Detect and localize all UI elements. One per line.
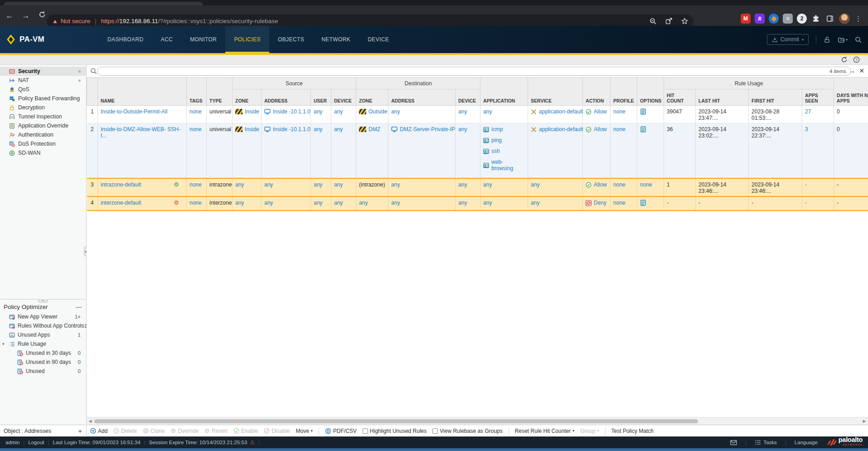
browser-tab[interactable] [4,2,203,5]
po-item-rule-usage[interactable]: ▾ Rule Usage [0,339,86,348]
clone-button[interactable]: Clone [143,428,165,434]
po-item-new-app-viewer[interactable]: New App Viewer 1+ [0,312,86,321]
user-value[interactable]: any [314,200,322,206]
profile-value[interactable]: none [613,108,626,115]
revert-button[interactable]: ⚙Revert [204,428,228,434]
browser-forward-button[interactable]: → [19,11,33,20]
column-header-service[interactable]: SERVICE [528,78,583,106]
column-header-action[interactable]: ACTION [583,78,611,106]
reset-rule-hit-counter-button[interactable]: Reset Rule Hit Counter▾ [515,428,574,434]
tab-dashboard[interactable]: DASHBOARD [99,26,152,53]
scroll-right-arrow[interactable]: ▶ [861,417,868,425]
blue-extension-icon[interactable] [769,14,779,24]
dst-device-value[interactable]: any [458,126,467,132]
src-device-value[interactable]: any [334,108,343,115]
global-search-icon[interactable] [855,36,862,43]
rule-name-link[interactable]: intrazone-default [101,181,141,188]
profile-value[interactable]: none [613,200,626,206]
test-policy-match-button[interactable]: Test Policy Match [611,428,654,434]
scroll-left-arrow[interactable]: ◀ [87,417,94,425]
po-item-unused-90-days[interactable]: Unused in 90 days 0 [0,358,86,367]
bookmark-star-icon[interactable] [681,18,688,25]
expand-object-panel-icon[interactable]: + [78,427,82,435]
column-header-options[interactable]: OPTIONS [637,78,664,106]
browser-back-button[interactable]: ← [3,11,16,20]
application-link[interactable]: ping [491,137,502,143]
rule-name-link[interactable]: Inside-to-DMZ-Allow-WEB- SSH-I... [101,126,180,139]
user-value[interactable]: any [314,108,322,115]
src-device-value[interactable]: any [334,126,343,132]
sidebar-item-security[interactable]: Security [0,67,86,76]
sidebar-item-nat[interactable]: NAT [0,76,86,85]
options-value[interactable]: none [640,181,652,188]
enable-button[interactable]: Enable [233,428,258,434]
r-extension-icon[interactable]: R [755,14,765,24]
src-zone-link[interactable]: Inside [245,108,259,115]
default-rule-gear-icon[interactable]: ⚙ [174,200,179,206]
refresh-rules-icon[interactable] [841,56,848,65]
tab-monitor[interactable]: MONITOR [181,26,225,53]
not-secure-badge[interactable]: ▲ Not secure [52,18,90,25]
po-item-unused-30-days[interactable]: Unused in 30 days 0 [0,348,86,358]
column-header-name[interactable]: NAME [98,78,187,106]
po-item-unused[interactable]: Unused 0 [0,367,86,376]
src-address-value[interactable]: any [264,200,273,206]
rule-row[interactable]: 1 Inside-to-Outside-Permit-All none univ… [87,106,868,123]
sidebar-item-dos-protection[interactable]: DoS Protection [0,139,86,148]
rule-tags[interactable]: none [189,181,202,188]
application-link[interactable]: web-browsing [491,159,525,172]
tab-network[interactable]: NETWORK [313,26,359,53]
column-header-first-hit[interactable]: FIRST HIT [749,89,802,106]
column-header-user[interactable]: USER [311,89,331,106]
sidebar-item-authentication[interactable]: Authentication [0,130,86,139]
column-header-tags[interactable]: TAGS [187,78,207,106]
column-header-apps-seen[interactable]: APPS SEEN [802,89,834,106]
src-zone-value[interactable]: any [235,200,244,206]
column-header-dst-address[interactable]: ADDRESS [388,89,456,106]
tasks-button[interactable]: Tasks [755,439,776,446]
sidebar-item-application-override[interactable]: Application Override [0,121,86,130]
rule-row-highlighted[interactable]: 3 intrazone-default⚙ none intrazone any … [87,178,868,196]
src-address-value[interactable]: any [264,181,273,188]
action-link[interactable]: Allow [594,126,607,132]
pdf-csv-button[interactable]: PDF/CSV [325,428,357,434]
rule-tags[interactable]: none [189,200,202,206]
dst-address-value[interactable]: any [391,181,400,188]
application-link[interactable]: ssh [491,148,500,154]
language-button[interactable]: Language [795,440,818,445]
panel-resize-handle[interactable]: ▾ [38,299,48,303]
badge-extension-icon[interactable]: 2 [797,14,807,24]
object-panel-header[interactable]: Object : Addresses + [0,425,87,436]
column-header-type[interactable]: TYPE [207,78,233,106]
zoom-out-icon[interactable] [650,18,656,25]
override-button[interactable]: ⚙Override [170,428,199,434]
dst-zone-link[interactable]: DMZ [369,126,380,132]
action-link[interactable]: Deny [594,200,606,206]
delete-button[interactable]: Delete [113,428,137,434]
tab-device[interactable]: DEVICE [359,26,398,53]
service-value[interactable]: any [531,200,539,206]
minimize-panel-icon[interactable]: — [76,304,82,310]
column-header-days-with-no-apps[interactable]: DAYS WITH N APPS [834,78,868,106]
rule-tags[interactable]: none [189,108,202,115]
tab-acc[interactable]: ACC [152,26,182,53]
column-header-hit-count[interactable]: HIT COUNT [664,89,696,106]
column-header-profile[interactable]: PROFILE [611,78,637,106]
share-icon[interactable] [665,18,672,25]
highlight-unused-rules-checkbox[interactable]: Highlight Unused Rules [363,428,427,434]
column-header-last-hit[interactable]: LAST HIT [696,89,749,106]
column-header-src-zone[interactable]: ZONE [233,89,262,106]
src-device-value[interactable]: any [334,200,343,206]
apps-seen-link[interactable]: 3 [805,126,808,132]
gmail-extension-icon[interactable]: M [741,14,751,24]
commit-button[interactable]: Commit ▾ [767,34,809,45]
default-rule-gear-icon[interactable]: ⚙ [174,181,179,187]
service-link[interactable]: application-default [539,126,583,132]
browser-profile-avatar[interactable] [839,13,850,24]
add-button[interactable]: Add [90,428,107,434]
log-options-icon[interactable] [640,126,646,132]
horizontal-scrollbar[interactable]: ◀ ▶ [87,417,868,425]
checkbox-icon[interactable] [363,428,368,434]
src-zone-value[interactable]: any [235,181,244,188]
checkbox-icon[interactable] [432,428,438,434]
